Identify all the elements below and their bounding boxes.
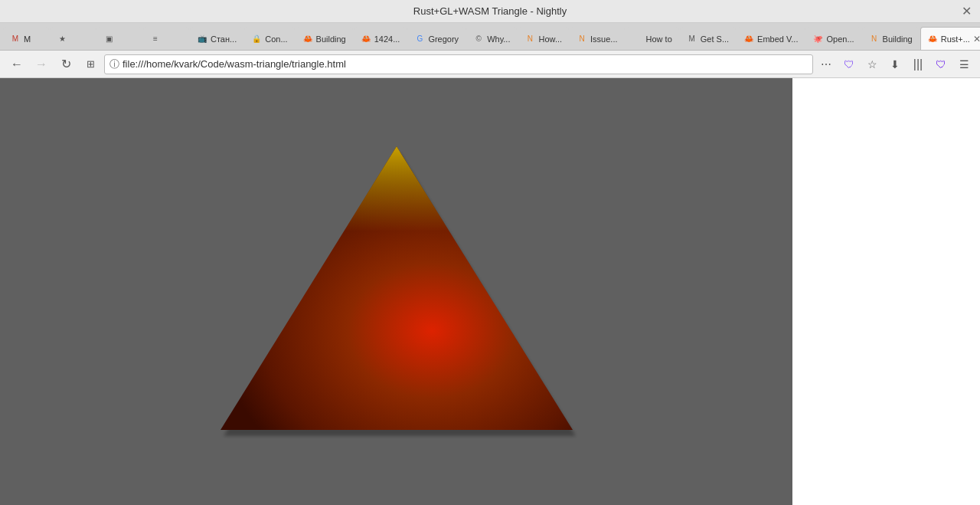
address-bar-container: ⓘ [104, 54, 813, 74]
tab-mail-label: M [24, 34, 31, 44]
info-icon[interactable]: ⓘ [109, 57, 119, 71]
downloads-button[interactable]: ⬇ [885, 54, 905, 74]
page-area [0, 78, 792, 505]
tab-mail-favicon: M [10, 34, 21, 44]
bookmark-button[interactable]: ☆ [862, 54, 882, 74]
tab-building-label: Building [316, 34, 346, 44]
tab-why-label: Why... [487, 34, 510, 44]
tab-building2-label: Building [883, 34, 913, 44]
tab-why-favicon: © [473, 34, 484, 44]
tab-open-favicon: 🐙 [812, 34, 823, 44]
tab-bar: MM★▣≡📺Стан...🔒Con...🦀Building🦀1424...GGr… [0, 23, 980, 51]
tab-notes[interactable]: ≡ [143, 27, 189, 50]
tab-gregory[interactable]: GGregory [407, 27, 466, 50]
tab-rust-label: Rust+... [941, 34, 970, 44]
menu-button[interactable]: ☰ [954, 54, 974, 74]
tab-how-n-favicon: N [524, 34, 535, 44]
tab-open-label: Open... [826, 34, 854, 44]
tab-building2[interactable]: NBuilding [862, 27, 920, 50]
tab-1424-favicon: 🦀 [361, 34, 371, 44]
tab-building2-favicon: N [869, 34, 880, 44]
nav-bar: ← → ↻ ⊞ ⓘ ⋯ 🛡 ☆ ⬇ ||| 🛡 ☰ [0, 51, 980, 78]
tab-1424-label: 1424... [374, 34, 400, 44]
tab-embed-label: Embed V... [757, 34, 798, 44]
tab-building-favicon: 🦀 [302, 34, 313, 44]
forward-button[interactable]: → [31, 54, 52, 75]
tab-gregory-favicon: G [414, 34, 425, 44]
tab-con[interactable]: 🔒Con... [244, 27, 294, 50]
tab-get[interactable]: MGet S... [680, 27, 736, 50]
browser-content [0, 78, 980, 505]
shield-icon[interactable]: 🛡 [931, 54, 951, 74]
tab-issue-label: Issue... [590, 34, 617, 44]
address-bar[interactable] [122, 58, 808, 70]
tab-howto[interactable]: How to [626, 27, 679, 50]
tab-stan-label: Стан... [211, 34, 237, 44]
library-button[interactable]: ||| [908, 54, 928, 74]
pocket-button[interactable]: 🛡 [839, 54, 859, 74]
tab-rust[interactable]: 🦀Rust+...✕ [920, 27, 980, 50]
tab-star-favicon: ★ [57, 34, 67, 44]
sidebar-area [792, 78, 980, 505]
triangle-svg [198, 131, 596, 453]
tab-building[interactable]: 🦀Building [296, 27, 353, 50]
tab-howto-favicon [632, 34, 643, 44]
tab-star[interactable]: ★ [50, 27, 96, 50]
title-bar: Rust+GL+WASM Triangle - Nightly ✕ [0, 0, 980, 23]
tab-notes-favicon: ≡ [150, 34, 161, 44]
tab-rust-close[interactable]: ✕ [973, 34, 980, 44]
tab-gregory-label: Gregory [428, 34, 459, 44]
tab-get-label: Get S... [701, 34, 729, 44]
tab-mail[interactable]: MM [3, 27, 49, 50]
tab-box-favicon: ▣ [103, 34, 114, 44]
tab-1424[interactable]: 🦀1424... [354, 27, 407, 50]
tab-embed[interactable]: 🦀Embed V... [737, 27, 805, 50]
window-close-button[interactable]: ✕ [960, 5, 972, 18]
back-button[interactable]: ← [6, 54, 28, 75]
tab-how-n-label: How... [538, 34, 562, 44]
triangle-top-overlay [220, 146, 573, 430]
tab-con-favicon: 🔒 [251, 34, 262, 44]
tab-rust-favicon: 🦀 [927, 34, 938, 44]
tab-box[interactable]: ▣ [96, 27, 142, 50]
refresh-button[interactable]: ↻ [55, 54, 77, 75]
tab-howto-label: How to [646, 34, 672, 44]
tab-how-n[interactable]: NHow... [518, 27, 569, 50]
tab-stan[interactable]: 📺Стан... [190, 27, 243, 50]
tab-issue[interactable]: NIssue... [570, 27, 624, 50]
tab-why[interactable]: ©Why... [466, 27, 517, 50]
tab-stan-favicon: 📺 [197, 34, 207, 44]
more-options-button[interactable]: ⋯ [816, 54, 836, 74]
tab-embed-favicon: 🦀 [743, 34, 754, 44]
tab-issue-favicon: N [577, 34, 587, 44]
reader-view-button[interactable]: ⊞ [80, 54, 101, 75]
triangle-canvas [0, 78, 792, 505]
tab-open[interactable]: 🐙Open... [805, 27, 861, 50]
tab-con-label: Con... [265, 34, 287, 44]
tab-get-favicon: M [687, 34, 697, 44]
nav-right-icons: ⋯ 🛡 ☆ ⬇ ||| 🛡 ☰ [816, 54, 974, 74]
window-title: Rust+GL+WASM Triangle - Nightly [413, 5, 567, 17]
